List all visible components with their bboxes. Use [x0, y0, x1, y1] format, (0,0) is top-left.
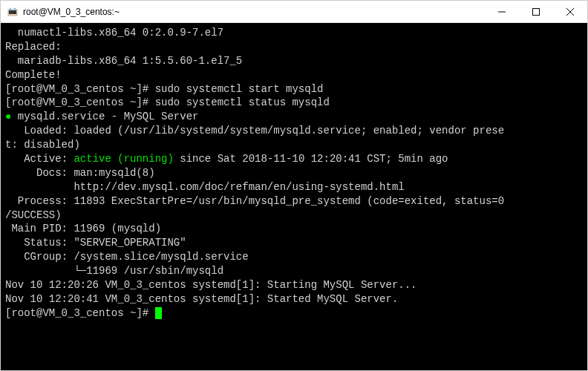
output-line: Docs: man:mysqld(8) — [5, 166, 583, 180]
output-line: Loaded: loaded (/usr/lib/systemd/system/… — [5, 124, 583, 138]
output-line: Status: "SERVER_OPERATING" — [5, 236, 583, 250]
close-button[interactable] — [553, 1, 587, 22]
cursor-icon — [155, 307, 162, 319]
svg-point-3 — [14, 7, 16, 10]
service-header-line: ● mysqld.service - MySQL Server — [5, 110, 583, 124]
output-line: http://dev.mysql.com/doc/refman/en/using… — [5, 180, 583, 194]
active-label: Active: — [5, 153, 74, 165]
app-icon — [7, 6, 19, 18]
output-line: CGroup: /system.slice/mysqld.service — [5, 250, 583, 264]
active-since: since Sat 2018-11-10 12:20:41 CST; 5min … — [174, 153, 448, 165]
output-line: Replaced: — [5, 40, 583, 54]
prompt-line: [root@VM_0_3_centos ~]# sudo systemctl s… — [5, 82, 583, 96]
service-name: mysqld.service - MySQL Server — [11, 111, 198, 122]
log-line: Nov 10 12:20:26 VM_0_3_centos systemd[1]… — [5, 278, 583, 292]
output-line: └─11969 /usr/sbin/mysqld — [5, 264, 583, 278]
shell-prompt: [root@VM_0_3_centos ~]# — [5, 96, 155, 108]
shell-prompt: [root@VM_0_3_centos ~]# — [5, 307, 155, 319]
svg-point-2 — [10, 7, 12, 10]
shell-prompt: [root@VM_0_3_centos ~]# — [5, 83, 155, 95]
svg-rect-1 — [9, 10, 16, 14]
titlebar: root@VM_0_3_centos:~ — [1, 1, 587, 23]
output-line: Process: 11893 ExecStartPre=/usr/bin/mys… — [5, 194, 583, 209]
window-title: root@VM_0_3_centos:~ — [23, 7, 485, 17]
prompt-line: [root@VM_0_3_centos ~]# — [5, 306, 583, 321]
prompt-line: [root@VM_0_3_centos ~]# sudo systemctl s… — [5, 96, 583, 110]
svg-rect-5 — [533, 8, 540, 15]
output-line: numactl-libs.x86_64 0:2.0.9-7.el7 — [5, 26, 583, 40]
command-text: sudo systemctl status mysqld — [155, 96, 330, 108]
window-controls — [485, 1, 587, 22]
command-text: sudo systemctl start mysqld — [155, 83, 324, 95]
output-line: Main PID: 11969 (mysqld) — [5, 222, 583, 236]
minimize-button[interactable] — [485, 1, 519, 22]
active-status-line: Active: active (running) since Sat 2018-… — [5, 152, 583, 166]
log-line: Nov 10 12:20:41 VM_0_3_centos systemd[1]… — [5, 292, 583, 306]
output-line: t: disabled) — [5, 138, 583, 152]
maximize-button[interactable] — [519, 1, 553, 22]
output-line: /SUCCESS) — [5, 209, 583, 223]
terminal-window: root@VM_0_3_centos:~ numactl-libs.x86_64… — [0, 0, 588, 371]
active-status-value: active (running) — [74, 153, 173, 165]
terminal-output[interactable]: numactl-libs.x86_64 0:2.0.9-7.el7Replace… — [1, 23, 587, 370]
output-line: mariadb-libs.x86_64 1:5.5.60-1.el7_5 — [5, 54, 583, 68]
output-line: Complete! — [5, 68, 583, 82]
